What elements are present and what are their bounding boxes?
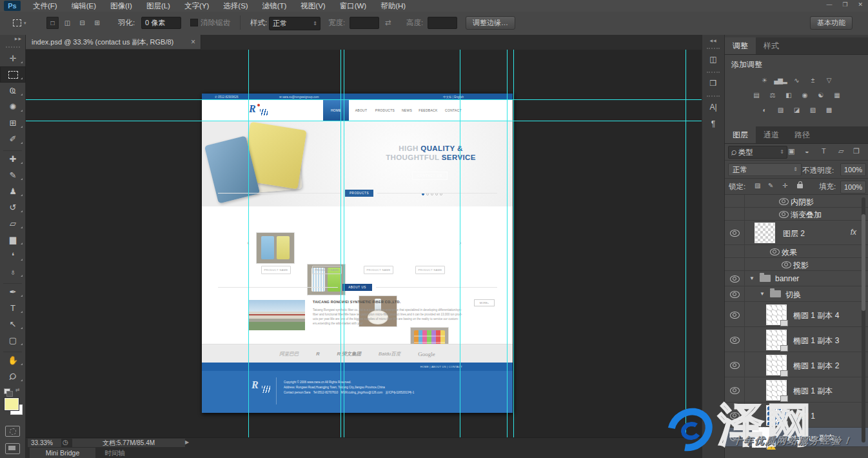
- invert-icon[interactable]: ◐: [758, 105, 771, 115]
- blend-mode-select[interactable]: 正常 ⇕: [728, 163, 802, 176]
- status-expand-icon[interactable]: ▶: [185, 439, 189, 445]
- layer-thumbnail[interactable]: [766, 405, 787, 426]
- layer-filter-select[interactable]: Ϙ类型 ⇕: [728, 146, 787, 159]
- 3d-panel-icon[interactable]: ❒: [705, 76, 721, 90]
- visibility-eye-icon[interactable]: [730, 387, 740, 394]
- height-input[interactable]: [428, 17, 457, 29]
- tab-paths[interactable]: 路径: [787, 126, 818, 143]
- healing-brush-tool[interactable]: ✚: [0, 151, 26, 167]
- layer-row-effects-header[interactable]: 效果: [725, 245, 868, 258]
- brightness-contrast-icon[interactable]: ☀: [758, 75, 771, 85]
- visibility-eye-icon[interactable]: [782, 261, 791, 268]
- layer-name[interactable]: 效果: [782, 247, 797, 258]
- tab-layers[interactable]: 图层: [725, 126, 756, 143]
- tab-mini-bridge[interactable]: Mini Bridge: [30, 448, 95, 458]
- screen-mode-button[interactable]: [5, 443, 20, 454]
- lock-all-icon[interactable]: [797, 184, 803, 188]
- visibility-eye-icon[interactable]: [730, 312, 740, 319]
- layer-row-ellipse-1-copy-4[interactable]: 椭圆 1 副本 4: [725, 302, 868, 327]
- tab-timeline[interactable]: 时间轴: [97, 448, 133, 458]
- layer-row-effect-drop-shadow[interactable]: 投影: [725, 258, 868, 271]
- layer-row-effect-gradient-overlay[interactable]: 渐变叠加: [725, 208, 868, 221]
- intersect-selection-mode-button[interactable]: ⊞: [91, 17, 103, 29]
- layer-thumbnail[interactable]: [766, 330, 787, 350]
- quick-mask-button[interactable]: [5, 426, 20, 437]
- layer-row-effect-inner-shadow[interactable]: 内阴影: [725, 195, 868, 208]
- width-input[interactable]: [350, 17, 379, 29]
- visibility-eye-icon[interactable]: [730, 412, 740, 419]
- layer-thumbnail[interactable]: [766, 304, 787, 325]
- menubar-item[interactable]: 选择(S): [216, 0, 255, 12]
- filter-adjustment-layers-icon[interactable]: ◒: [805, 147, 809, 155]
- layer-row-ellipse-1-copy-2[interactable]: 椭圆 1 副本 2: [725, 352, 868, 377]
- document-size-field[interactable]: 文档:5.77M/85.4M: [72, 439, 185, 447]
- document-tab[interactable]: index.psd @ 33.3% (contact us 副本, RGB/8)…: [26, 35, 201, 49]
- lock-transparent-icon[interactable]: ▨: [755, 182, 760, 189]
- gradient-tool[interactable]: ▆: [0, 232, 26, 248]
- fx-badge-icon[interactable]: fx: [851, 228, 856, 237]
- minimize-button[interactable]: —: [826, 1, 832, 8]
- guide[interactable]: [248, 50, 249, 437]
- filter-pixel-layers-icon[interactable]: ▣: [788, 147, 794, 155]
- guide[interactable]: [507, 50, 508, 437]
- layer-thumbnail[interactable]: [766, 380, 787, 401]
- color-balance-icon[interactable]: ⚖: [766, 90, 778, 100]
- add-selection-mode-button[interactable]: ◫: [61, 17, 74, 29]
- layer-row-contact-us-copy[interactable]: !contact us 副本: [725, 428, 868, 447]
- pen-tool[interactable]: ✒: [0, 284, 26, 300]
- expand-dock-icon[interactable]: ◀◀: [702, 35, 724, 43]
- threshold-icon[interactable]: ◪: [791, 105, 803, 115]
- layer-row-ellipse-1-copy[interactable]: 椭圆 1 副本: [725, 377, 868, 403]
- layer-thumbnail[interactable]: !: [752, 427, 773, 448]
- guide[interactable]: [513, 50, 514, 437]
- type-tool[interactable]: T: [0, 300, 26, 316]
- fill-value[interactable]: 100%: [840, 181, 866, 194]
- layer-name[interactable]: 椭圆 1 副本 3: [793, 335, 839, 346]
- layer-row-group-switcher[interactable]: ▼切换: [725, 286, 868, 302]
- tool-preset-picker[interactable]: ▾: [10, 17, 35, 29]
- tab-styles[interactable]: 样式: [756, 37, 787, 54]
- rounded-rectangle-tool[interactable]: ▢: [0, 332, 26, 348]
- photo-filter-icon[interactable]: ◉: [798, 90, 811, 100]
- layer-name[interactable]: 椭圆 1 副本 2: [793, 361, 839, 372]
- guide[interactable]: [26, 121, 702, 121]
- layer-name[interactable]: 切换: [785, 290, 801, 301]
- visibility-eye-icon[interactable]: [779, 198, 789, 205]
- hue-saturation-icon[interactable]: ▤: [750, 90, 762, 100]
- filter-shape-layers-icon[interactable]: ▱: [838, 147, 843, 155]
- scrollbar-thumb[interactable]: [862, 214, 865, 311]
- guide[interactable]: [26, 99, 702, 100]
- layer-row-layer-2[interactable]: 图层 2fx: [725, 221, 868, 245]
- menubar-item[interactable]: 帮助(H): [373, 0, 413, 12]
- menubar-item[interactable]: 图层(L): [139, 0, 177, 12]
- expander-triangle-icon[interactable]: ▼: [760, 291, 765, 297]
- layer-thumbnail[interactable]: [766, 355, 787, 375]
- lock-pixels-icon[interactable]: ✎: [768, 182, 773, 189]
- panel-grip[interactable]: [707, 48, 720, 50]
- zoom-level-field[interactable]: 33.33%: [28, 439, 61, 447]
- antialias-checkbox[interactable]: [190, 19, 198, 26]
- exposure-icon[interactable]: ±: [807, 75, 819, 85]
- photoshop-logo[interactable]: Ps: [4, 1, 21, 11]
- quick-selection-tool[interactable]: ✺: [0, 99, 26, 115]
- layer-name[interactable]: 椭圆 1 副本: [793, 386, 833, 397]
- layer-row-ellipse-1-copy-3[interactable]: 椭圆 1 副本 3: [725, 327, 868, 352]
- layer-thumbnail[interactable]: [755, 223, 775, 243]
- rectangular-marquee-tool[interactable]: [0, 66, 26, 83]
- refine-edge-button[interactable]: 调整边缘…: [466, 16, 515, 30]
- paragraph-panel-icon[interactable]: ¶: [705, 117, 721, 131]
- history-brush-tool[interactable]: ↺: [0, 199, 26, 215]
- visibility-eye-icon[interactable]: [770, 248, 780, 255]
- visibility-eye-icon[interactable]: [730, 362, 740, 369]
- vibrance-icon[interactable]: ▽: [823, 75, 835, 85]
- crop-tool[interactable]: ⊞: [0, 115, 26, 131]
- channel-mixer-icon[interactable]: ☯: [814, 90, 827, 100]
- guide[interactable]: [686, 50, 686, 437]
- layer-name[interactable]: 投影: [793, 260, 809, 271]
- character-panel-icon[interactable]: A|: [705, 100, 721, 114]
- visibility-eye-icon[interactable]: [730, 434, 740, 441]
- gradient-map-icon[interactable]: ▧: [807, 105, 819, 115]
- visibility-eye-icon[interactable]: [730, 337, 740, 344]
- move-tool[interactable]: ✛: [0, 50, 26, 66]
- tab-adjustments[interactable]: 调整: [725, 37, 756, 54]
